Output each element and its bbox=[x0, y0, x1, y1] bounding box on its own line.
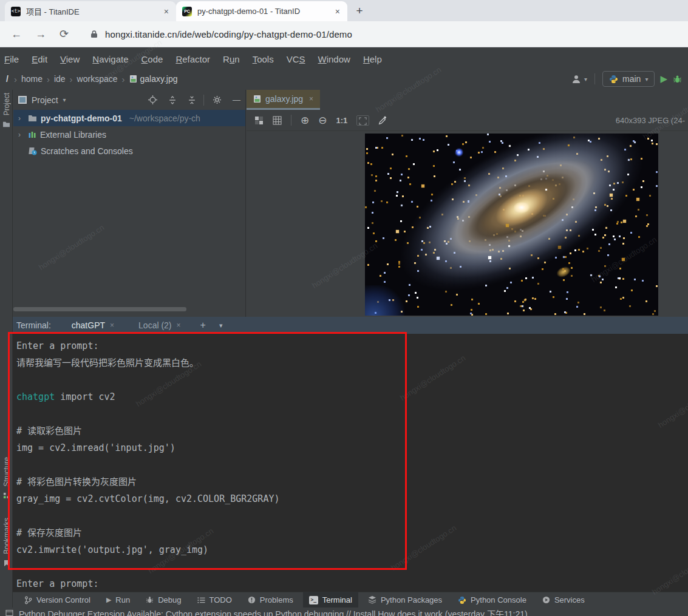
menu-run[interactable]: Run bbox=[223, 54, 240, 64]
todo-button[interactable]: TODO bbox=[191, 592, 238, 608]
terminal-output[interactable]: Enter a prompt: 请帮我编写一段代码把彩色照片变成黑白色。 cha… bbox=[13, 334, 688, 592]
tree-row-scratches[interactable]: Scratches and Consoles bbox=[13, 143, 245, 159]
breadcrumb-separator-icon: › bbox=[70, 74, 73, 84]
grid-icon[interactable] bbox=[273, 116, 282, 125]
close-icon[interactable]: × bbox=[163, 7, 170, 16]
breadcrumb-workspace[interactable]: workspace bbox=[77, 74, 118, 84]
browser-tab-pycharm[interactable]: PC py-chatgpt-demo-01 - TitanID × bbox=[176, 1, 347, 21]
terminal-icon: >_ bbox=[309, 596, 318, 604]
new-terminal-button[interactable]: + bbox=[200, 320, 206, 331]
breadcrumb-separator-icon: › bbox=[47, 74, 50, 84]
breadcrumb-ide[interactable]: ide bbox=[54, 74, 66, 84]
ide-menubar: File Edit View Navigate Code Refactor Ru… bbox=[0, 50, 382, 68]
problems-button[interactable]: Problems bbox=[242, 592, 299, 608]
reload-icon[interactable]: ⟳ bbox=[60, 27, 69, 41]
image-viewer-canvas[interactable] bbox=[247, 131, 688, 317]
menu-window[interactable]: Window bbox=[318, 54, 350, 64]
breadcrumb-root[interactable]: / bbox=[6, 74, 9, 84]
browser-tab-titanide[interactable]: <t> 项目 - TitanIDE × bbox=[5, 1, 176, 21]
image-file-icon bbox=[129, 75, 137, 83]
chevron-down-icon: ▾ bbox=[645, 76, 648, 83]
menu-help[interactable]: Help bbox=[363, 54, 382, 64]
expand-all-button[interactable] bbox=[168, 96, 177, 104]
terminal-line: # 读取彩色图片 bbox=[13, 422, 688, 439]
project-panel-title[interactable]: Project bbox=[32, 95, 58, 105]
close-icon[interactable]: × bbox=[110, 321, 114, 330]
terminal-line: img = cv2.imread('input.jpg') bbox=[13, 439, 688, 456]
stripe-bookmarks-button[interactable]: Bookmarks bbox=[0, 518, 13, 567]
hide-panel-button[interactable]: — bbox=[233, 95, 240, 104]
close-icon[interactable]: × bbox=[177, 321, 181, 330]
project-tool-icon bbox=[18, 96, 27, 104]
tree-row-project-root[interactable]: › py-chatgpt-demo-01 ~/workspace/py-ch bbox=[13, 110, 245, 126]
run-config-selector[interactable]: main ▾ bbox=[602, 71, 655, 87]
titanide-favicon: <t> bbox=[11, 7, 21, 16]
fit-to-window-icon[interactable] bbox=[356, 115, 369, 126]
breadcrumb-file[interactable]: galaxy.jpg bbox=[129, 74, 178, 84]
chevron-down-icon[interactable]: ▾ bbox=[219, 322, 223, 330]
expander-icon[interactable]: › bbox=[18, 130, 24, 139]
version-control-button[interactable]: Version Control bbox=[18, 592, 97, 608]
address-bar[interactable]: hongxi.titanide.cn/ide/web/coding/py-cha… bbox=[90, 29, 352, 39]
locate-file-button[interactable] bbox=[148, 95, 157, 104]
stripe-project-button[interactable]: Project bbox=[0, 93, 13, 127]
close-icon[interactable]: × bbox=[309, 95, 313, 103]
services-button[interactable]: Services bbox=[536, 592, 591, 608]
terminal-line bbox=[13, 405, 688, 422]
run-tool-button[interactable]: ▶ Run bbox=[100, 592, 136, 608]
starfield-bright bbox=[365, 134, 366, 134]
zoom-out-icon[interactable]: ⊖ bbox=[318, 114, 327, 127]
back-icon[interactable]: ← bbox=[11, 28, 22, 41]
breadcrumb-separator-icon: › bbox=[122, 74, 125, 84]
python-packages-button[interactable]: Python Packages bbox=[362, 592, 448, 608]
new-tab-button[interactable]: + bbox=[351, 2, 368, 19]
menu-edit[interactable]: Edit bbox=[32, 54, 47, 64]
galaxy-core bbox=[511, 200, 533, 215]
terminal-line: chatgpt import cv2 bbox=[13, 388, 688, 405]
tool-window-bar: Version Control ▶ Run Debug TODO Problem… bbox=[0, 592, 688, 608]
menu-refactor[interactable]: Refactor bbox=[175, 54, 210, 64]
forward-icon[interactable]: → bbox=[35, 28, 46, 41]
menu-file[interactable]: File bbox=[4, 54, 19, 64]
git-branch-icon bbox=[24, 596, 32, 604]
gear-icon[interactable] bbox=[213, 95, 222, 104]
user-menu-button[interactable]: ▾ bbox=[571, 75, 587, 84]
url-text[interactable]: hongxi.titanide.cn/ide/web/coding/py-cha… bbox=[105, 29, 352, 39]
stripe-structure-button[interactable]: Structure bbox=[0, 457, 13, 499]
terminal-tool-button[interactable]: >_ Terminal bbox=[303, 592, 358, 608]
bookmark-icon bbox=[4, 560, 10, 567]
foreground-blue-star bbox=[455, 148, 463, 157]
editor-tab-label: galaxy.jpg bbox=[265, 94, 303, 104]
collapse-all-button[interactable] bbox=[188, 96, 196, 104]
run-button[interactable]: ▶ bbox=[660, 73, 667, 84]
breadcrumb-home[interactable]: home bbox=[21, 74, 43, 84]
python-console-button[interactable]: Python Console bbox=[452, 592, 533, 608]
menu-tools[interactable]: Tools bbox=[253, 54, 274, 64]
terminal-label: Terminal: bbox=[16, 320, 51, 330]
close-icon[interactable]: × bbox=[334, 7, 341, 16]
zoom-in-icon[interactable]: ⊕ bbox=[301, 114, 309, 127]
terminal-tab-chatgpt[interactable]: chatGPT × bbox=[68, 317, 118, 334]
corner-blue-nebula bbox=[365, 285, 404, 316]
debug-button[interactable] bbox=[673, 75, 682, 84]
menu-view[interactable]: View bbox=[60, 54, 80, 64]
actual-size-button[interactable]: 1:1 bbox=[336, 116, 348, 125]
terminal-prompt: Enter a prompt: bbox=[13, 575, 688, 592]
chevron-down-icon[interactable]: ▾ bbox=[63, 96, 66, 103]
debug-tool-button[interactable]: Debug bbox=[140, 592, 187, 608]
breadcrumb-separator-icon: › bbox=[14, 74, 17, 84]
horizontal-scrollbar[interactable] bbox=[13, 307, 186, 311]
color-picker-icon[interactable] bbox=[378, 116, 387, 125]
notification-text[interactable]: Python Debugger Extension Available: Cyt… bbox=[19, 608, 528, 616]
transparency-checkerboard-icon[interactable] bbox=[254, 116, 264, 125]
menu-vcs[interactable]: VCS bbox=[287, 54, 305, 64]
editor-tab-galaxy[interactable]: galaxy.jpg × bbox=[247, 90, 320, 110]
expander-icon[interactable]: › bbox=[18, 114, 24, 123]
terminal-line: # 保存灰度图片 bbox=[13, 524, 688, 541]
python-icon bbox=[458, 596, 466, 604]
notification-line[interactable]: Python Debugger Extension Available: Cyt… bbox=[0, 608, 688, 616]
menu-navigate[interactable]: Navigate bbox=[92, 54, 128, 64]
tree-row-external-libraries[interactable]: › External Libraries bbox=[13, 126, 245, 143]
menu-code[interactable]: Code bbox=[141, 54, 163, 64]
terminal-tab-local[interactable]: Local (2) × bbox=[135, 317, 184, 334]
